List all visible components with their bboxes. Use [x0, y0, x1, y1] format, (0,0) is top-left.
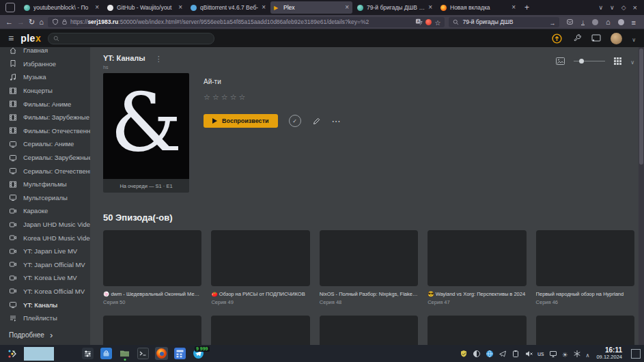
- back-button[interactable]: [5, 18, 13, 26]
- episode-thumbnail[interactable]: [103, 316, 201, 345]
- brightness-icon[interactable]: [562, 348, 568, 360]
- search-bar[interactable]: [449, 17, 559, 27]
- reload-button[interactable]: [29, 18, 35, 26]
- episode-title[interactable]: Первый народный обзор на Hyprland: [536, 291, 634, 297]
- library-title[interactable]: YT: Каналы: [103, 54, 145, 62]
- close-window-button[interactable]: [633, 3, 637, 12]
- telegram-app-icon[interactable]: 9 999: [192, 347, 205, 360]
- episode-thumbnail[interactable]: [536, 316, 634, 345]
- clock[interactable]: 16:11 09.12.2024: [596, 347, 622, 360]
- calculator-app-icon[interactable]: [173, 347, 186, 360]
- sidebar-item[interactable]: YT: Korea Official MV: [0, 285, 90, 298]
- browser-tab[interactable]: youtubeunblock\ - По: [20, 1, 102, 14]
- search-input[interactable]: [462, 18, 546, 25]
- lock-icon[interactable]: [61, 18, 68, 25]
- more-options-icon[interactable]: [332, 115, 341, 127]
- show-desktop-button[interactable]: [631, 349, 641, 359]
- scrollbar-thumb[interactable]: [639, 48, 643, 165]
- sidebar-item[interactable]: Концерты: [0, 84, 90, 98]
- sidebar-item[interactable]: Korea UHD Music Videos: [0, 231, 90, 245]
- episode-thumbnail[interactable]: [428, 230, 526, 286]
- volume-muted-icon[interactable]: [524, 350, 533, 358]
- account-icon[interactable]: [618, 19, 624, 25]
- play-button[interactable]: Воспроизвести: [204, 114, 278, 128]
- edit-pencil-icon[interactable]: [312, 117, 321, 126]
- url-bar[interactable]: https://serj1983.ru:50000/web/index.html…: [48, 17, 445, 27]
- tab-close-icon[interactable]: [178, 4, 182, 11]
- tab-close-icon[interactable]: [512, 4, 516, 11]
- security-shield-icon[interactable]: [460, 350, 468, 358]
- cast-icon[interactable]: [591, 34, 601, 42]
- episode-card[interactable]: NixOS - Полный Разбор: Nixpkgs, Flakes, …: [320, 230, 418, 305]
- size-slider[interactable]: [574, 61, 605, 61]
- sidebar-item[interactable]: Фильмы: Зарубежные: [0, 111, 90, 124]
- maximize-button[interactable]: [621, 4, 626, 11]
- minimize-button[interactable]: [610, 4, 615, 11]
- show-poster[interactable]: &: [103, 73, 189, 179]
- display-icon[interactable]: [549, 350, 557, 358]
- terminal-app-icon[interactable]: [137, 347, 150, 360]
- grid-view-icon[interactable]: [614, 57, 621, 65]
- poster-view-icon[interactable]: [556, 57, 565, 65]
- episode-thumbnail[interactable]: [320, 230, 418, 286]
- episode-card[interactable]: 😎 Wayland vs Xorg: Перспективы в 2024 Се…: [428, 230, 526, 305]
- extension-icon[interactable]: [425, 19, 432, 25]
- snowflake-icon[interactable]: [573, 350, 581, 358]
- sidebar-item[interactable]: Караоке: [0, 204, 90, 218]
- browser-tab[interactable]: qBittorrent v4.6.7 Веб-: [187, 1, 269, 14]
- import-icon[interactable]: [606, 18, 611, 26]
- sidebar-item[interactable]: Japan UHD Music Videos: [0, 218, 90, 232]
- episode-thumbnail[interactable]: [211, 316, 309, 345]
- episode-thumbnail[interactable]: [103, 230, 201, 286]
- sidebar-item[interactable]: Сериалы: Отечественные: [0, 164, 90, 178]
- app-launcher-icon[interactable]: [6, 348, 18, 360]
- tab-close-icon[interactable]: [95, 4, 99, 11]
- on-deck-bar[interactable]: На очереди — S1 · E1: [103, 179, 189, 193]
- sidebar-item[interactable]: Сериалы: Зарубежные: [0, 151, 90, 165]
- file-manager-icon[interactable]: [118, 347, 131, 360]
- clipboard-icon[interactable]: [512, 350, 520, 358]
- sidebar-item[interactable]: Мультсериалы: [0, 191, 90, 205]
- account-chevron-icon[interactable]: [632, 32, 636, 44]
- translate-icon[interactable]: A: [415, 18, 423, 25]
- episode-thumbnail[interactable]: [428, 316, 526, 345]
- tab-close-icon[interactable]: [345, 4, 349, 11]
- sidebar-item[interactable]: Сериалы: Аниме: [0, 137, 90, 151]
- plex-search-bar[interactable]: [48, 33, 214, 44]
- user-avatar[interactable]: [611, 33, 622, 44]
- tracking-shield-icon[interactable]: [52, 18, 59, 25]
- sidebar-item[interactable]: YT: Japan Live MV: [0, 245, 90, 258]
- firefox-app-icon[interactable]: [155, 347, 168, 360]
- browser-tab[interactable]: 79-й бригады ДШВ - П: [354, 1, 436, 14]
- theme-toggle-icon[interactable]: [473, 350, 481, 358]
- home-button[interactable]: [39, 18, 44, 26]
- star-icon[interactable]: [204, 90, 210, 102]
- window-preview[interactable]: [24, 347, 54, 361]
- bookmark-star-icon[interactable]: [434, 16, 440, 28]
- star-icon[interactable]: [212, 90, 219, 102]
- addon-icon[interactable]: [592, 19, 598, 25]
- episode-card[interactable]: 🍅 Обзор на РИСЫ от ПОДПИСЧИКОВ Серия 49: [211, 230, 309, 305]
- sidebar-item[interactable]: Плейлисты: [0, 311, 90, 325]
- slider-knob[interactable]: [579, 59, 584, 64]
- wrench-settings-icon[interactable]: [572, 33, 582, 43]
- browser-tab[interactable]: GitHub - Waujito/yout: [104, 1, 186, 14]
- library-menu-icon[interactable]: [155, 52, 163, 64]
- sidebar-item[interactable]: Избранное: [0, 57, 90, 71]
- menu-icon[interactable]: [632, 16, 636, 28]
- settings-app-icon[interactable]: [81, 347, 94, 360]
- episode-card[interactable]: Первый народный обзор на Hyprland Серия …: [536, 230, 634, 305]
- pocket-icon[interactable]: [566, 18, 574, 25]
- forward-button[interactable]: [17, 18, 25, 26]
- software-store-icon[interactable]: [100, 347, 113, 360]
- star-icon[interactable]: [239, 90, 246, 102]
- sidebar-item[interactable]: Фильмы: Аниме: [0, 97, 90, 111]
- mark-watched-icon[interactable]: [289, 115, 301, 127]
- sidebar-item[interactable]: YT: Japan Official MV: [0, 258, 90, 272]
- keyboard-layout-indicator[interactable]: us: [537, 350, 544, 357]
- new-tab-button[interactable]: [520, 3, 533, 12]
- tray-expand-icon[interactable]: [586, 348, 590, 360]
- episode-title[interactable]: 😎 Wayland vs Xorg: Перспективы в 2024: [428, 291, 526, 297]
- hamburger-menu-icon[interactable]: [8, 32, 14, 44]
- page-scrollbar[interactable]: [639, 47, 644, 345]
